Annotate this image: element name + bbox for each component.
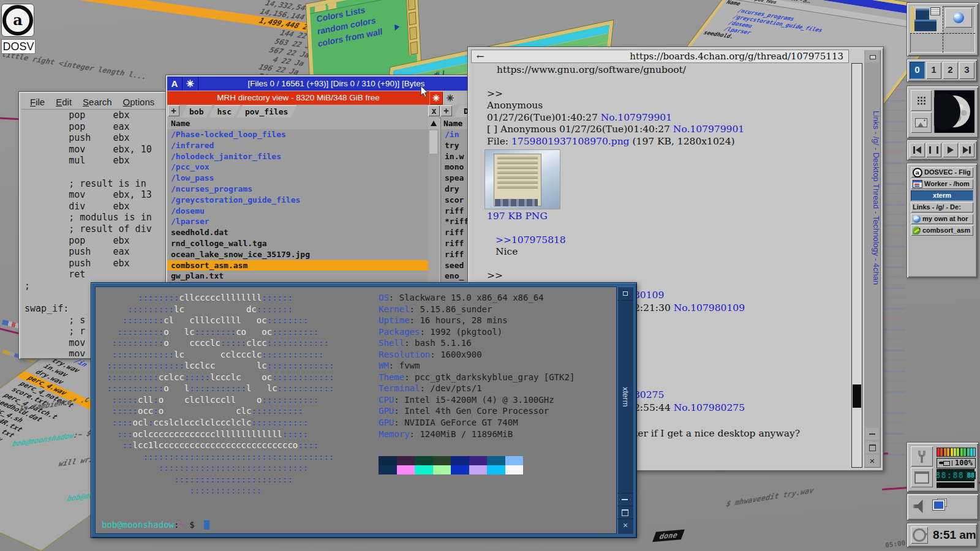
neofetch-palette-row1 <box>379 456 523 465</box>
window-menu-button[interactable] <box>865 51 879 62</box>
file-row[interactable]: seedhold.dat <box>167 227 428 238</box>
post-thumbnail-image[interactable] <box>484 149 560 209</box>
pager-mini-window[interactable] <box>930 7 940 15</box>
file-row[interactable]: /low_pass <box>167 173 428 184</box>
post-number-link[interactable]: No.107980109 <box>674 302 745 313</box>
gear-icon[interactable] <box>429 91 443 105</box>
file-row[interactable]: rnd_colloge_wall.tga <box>167 238 428 249</box>
pager-active-page[interactable] <box>910 6 943 33</box>
add-tab-button[interactable]: + <box>168 105 179 116</box>
editor-menu-item[interactable]: Options <box>123 97 155 107</box>
media-pause-button[interactable] <box>926 143 941 157</box>
add-tab-button-panel2[interactable]: + <box>440 105 452 116</box>
minimize-button[interactable] <box>617 493 633 506</box>
file-row[interactable]: /holodeck_janitor_files <box>167 151 428 162</box>
post-number-fragment[interactable]: 80275 <box>634 389 664 402</box>
back-arrow-icon[interactable]: ← <box>477 50 484 62</box>
filemanager-tab[interactable]: pov_files <box>236 105 296 118</box>
xterm-title-strip[interactable]: xterm × <box>617 287 633 534</box>
scrollbar-thumb[interactable] <box>853 384 861 408</box>
audio-widget <box>907 493 979 520</box>
app-grid-button[interactable] <box>911 90 932 111</box>
post-number-link[interactable]: No.107980275 <box>674 402 745 413</box>
maximize-button[interactable] <box>617 506 633 519</box>
close-button[interactable]: × <box>865 455 879 467</box>
taskbar-item-dosvec[interactable]: DOSVEC - Flig <box>911 167 973 178</box>
speaker-icon[interactable] <box>913 499 927 514</box>
pager-divider <box>910 33 975 34</box>
tools-button[interactable] <box>911 446 933 467</box>
post-number-link[interactable]: No.107979901 <box>673 124 744 135</box>
media-prev-button[interactable] <box>910 143 925 157</box>
browser-scrollbar[interactable] <box>851 63 862 468</box>
file-row[interactable]: /dosemu <box>167 206 428 217</box>
pager-mini-window[interactable] <box>914 20 937 31</box>
window-button[interactable] <box>911 468 933 487</box>
dosv-icon-image[interactable]: a <box>1 4 34 37</box>
file-row[interactable]: gw_plan.txt <box>167 271 428 282</box>
desk-button[interactable]: 2 <box>943 62 958 79</box>
scrollbar-thumb[interactable] <box>429 130 437 154</box>
file-row[interactable]: /pcc_vox <box>167 162 428 173</box>
file-list-scrollbar[interactable] <box>428 129 439 287</box>
file-link[interactable]: 1759801937108970.png <box>511 136 630 147</box>
pager-pages[interactable] <box>910 6 975 53</box>
desk-selector: 0123 <box>907 59 978 82</box>
taskbar-item-worker[interactable]: Worker - /hom <box>911 179 973 189</box>
taskbar-item-combsort[interactable]: combsort_asm <box>911 225 973 236</box>
file-row[interactable]: /lparser <box>167 216 428 227</box>
post-reply-header: [ ] Anonymous 01/27/26(Tue)01:40:27 No.1… <box>487 124 849 136</box>
desk-button[interactable]: 1 <box>926 62 941 79</box>
filemanager-tab[interactable]: bob <box>181 105 212 118</box>
thumbnail-caption-link[interactable]: 197 KB PNG <box>487 211 849 223</box>
close-tab-button[interactable]: x <box>428 105 440 116</box>
filemanager-tab[interactable]: hsc <box>208 105 239 118</box>
file-row[interactable]: ocean_lake_snow_ice_35179.jpg <box>167 249 428 260</box>
editor-menu-item[interactable]: File <box>30 97 45 107</box>
media-glyph-icon <box>963 146 971 154</box>
close-button[interactable]: × <box>617 519 633 534</box>
media-glyph-icon <box>948 146 954 154</box>
maximize-button[interactable] <box>865 441 879 453</box>
post-number-fragment[interactable]: 80109 <box>634 290 664 302</box>
gear-icon[interactable] <box>183 77 198 91</box>
file-row[interactable]: /greycstoration_guide_files <box>167 195 428 206</box>
media-next-button[interactable] <box>959 143 974 157</box>
post-number-link[interactable]: No.107979901 <box>601 112 672 123</box>
clock-button[interactable] <box>911 527 928 544</box>
reply-quote-link[interactable]: >>107975818 <box>496 234 849 247</box>
taskbar-item-links[interactable]: Links - /g/ - De: <box>911 202 973 212</box>
window-menu-button[interactable] <box>617 287 633 301</box>
minimize-button[interactable] <box>865 428 879 440</box>
file-row[interactable]: combsort_asm.asm <box>167 260 428 271</box>
neofetch-info: OS: Slackware 15.0 x86_64 x86_64Kernel: … <box>379 292 575 440</box>
wallpaper-button[interactable] <box>911 112 932 133</box>
taskbar-item-my-own[interactable]: my own at hor <box>911 214 973 224</box>
browser-title-strip[interactable]: Links - /g/ - Desktop Thread - Technolog… <box>864 50 881 468</box>
pager-globe-button[interactable] <box>945 8 972 28</box>
file-row[interactable]: /ncurses_programs <box>167 184 428 195</box>
file-list[interactable]: /Phase-locked_loop_files/infrared/holode… <box>167 129 428 287</box>
taskbar-item-xterm[interactable]: xterm <box>911 190 973 201</box>
text-cursor <box>204 520 209 530</box>
pager-widget[interactable] <box>907 2 979 56</box>
sort-ascending-icon[interactable] <box>428 118 439 129</box>
display-icon[interactable] <box>933 500 945 510</box>
gear-icon[interactable] <box>443 91 457 105</box>
dosv-desktop-icon[interactable]: a DOSV <box>1 4 37 54</box>
file-row[interactable]: /infrared <box>167 140 428 151</box>
editor-menu-item[interactable]: Edit <box>56 97 72 107</box>
filemanager-a-button[interactable]: A <box>167 77 183 91</box>
terminal-content[interactable]: ::::::::cllcccccllllllll:::::: :::::::::… <box>95 287 617 534</box>
column-header-name[interactable]: Name <box>167 118 432 129</box>
pager-divider <box>943 6 943 53</box>
media-play-button[interactable] <box>943 143 958 157</box>
desk-button[interactable]: 3 <box>959 62 974 79</box>
palette-swatch <box>379 456 397 465</box>
palette-swatch <box>469 465 488 474</box>
post-link[interactable]: https://www.gnu.org/software/gnuboot/ <box>497 64 849 77</box>
pager-mini-window[interactable] <box>916 9 929 20</box>
editor-menu-item[interactable]: Search <box>83 97 112 107</box>
desk-button[interactable]: 0 <box>910 62 925 79</box>
file-row[interactable]: /Phase-locked_loop_files <box>167 129 428 140</box>
